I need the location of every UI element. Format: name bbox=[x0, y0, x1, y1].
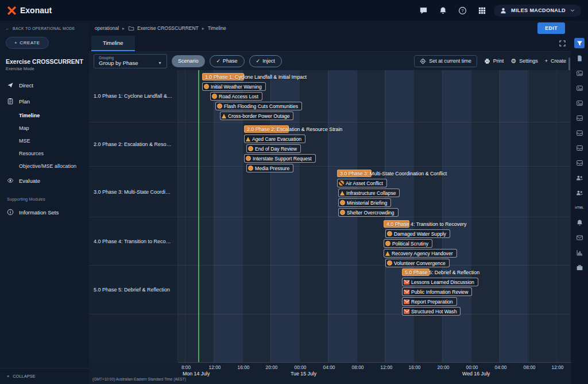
collapse-sidebar-button[interactable]: « COLLAPSE bbox=[0, 368, 89, 384]
sidebar-item-resources[interactable]: Resources bbox=[0, 147, 89, 160]
breadcrumb-operational[interactable]: operational bbox=[95, 25, 119, 31]
inject-line: Public Information Review bbox=[178, 287, 571, 297]
analytics-icon[interactable] bbox=[574, 247, 585, 258]
sidebar-item-evaluate[interactable]: Evaluate bbox=[0, 172, 89, 189]
inject-item[interactable]: Flash Flooding Cuts Communities bbox=[215, 102, 302, 110]
inject-item[interactable]: Lessons Learned Discussion bbox=[402, 278, 478, 286]
inject-item[interactable]: Political Scrutiny bbox=[384, 239, 432, 248]
grouping-select[interactable]: Grouping Group by Phase ▼ bbox=[94, 54, 167, 68]
edit-button[interactable]: EDIT bbox=[537, 22, 565, 34]
archive-4-icon[interactable] bbox=[574, 158, 585, 168]
axis-date-label: Wed 16 July bbox=[462, 371, 490, 377]
warning-icon bbox=[385, 251, 390, 256]
inject-label: Road Access Lost bbox=[219, 94, 258, 99]
create-inject-button[interactable]: + Create bbox=[545, 58, 566, 64]
breadcrumb-timeline[interactable]: Timeline bbox=[208, 25, 226, 31]
event-icon bbox=[387, 231, 392, 236]
tab-timeline[interactable]: Timeline bbox=[91, 36, 135, 51]
phase-bar-label: 4.0 Phase 4: Transition to Recovery bbox=[386, 221, 466, 227]
set-at-current-time-button[interactable]: Set at current time bbox=[414, 55, 477, 67]
inject-item[interactable]: Damaged Water Supply bbox=[385, 229, 450, 238]
phase-row-label-text: 2.0 Phase 2: Escalation & Resource Strai… bbox=[94, 141, 173, 147]
archive-1-icon[interactable] bbox=[574, 113, 585, 123]
scenario-filter-chip[interactable]: Scenario bbox=[172, 55, 205, 67]
event-icon bbox=[204, 84, 209, 89]
sidebar-item-information-sets[interactable]: Information Sets bbox=[0, 204, 89, 220]
phase-row: 1.0 Phase 1: Cyclone Landfall & Initial … bbox=[178, 70, 571, 122]
tab-bar: Timeline bbox=[89, 36, 571, 52]
notifications-bell-icon[interactable] bbox=[435, 3, 450, 17]
inject-label: Interstate Support Request bbox=[253, 156, 312, 162]
sidebar-item-direct[interactable]: Direct bbox=[0, 77, 89, 93]
inject-item[interactable]: Interstate Support Request bbox=[244, 154, 316, 163]
apps-grid-icon[interactable] bbox=[474, 3, 489, 17]
axis-tick-label: 16:00 bbox=[238, 364, 250, 370]
phase-filter-chip[interactable]: ✓ Phase bbox=[210, 55, 245, 67]
event-icon bbox=[246, 156, 251, 161]
document-icon[interactable] bbox=[574, 53, 585, 63]
inject-item[interactable]: Recovery Agency Handover bbox=[384, 249, 457, 258]
inject-item[interactable]: Aged Care Evacuation bbox=[244, 135, 305, 143]
user-menu[interactable]: MILES MACDONALD bbox=[494, 5, 581, 17]
inject-label: Aged Care Evacuation bbox=[252, 136, 301, 142]
filter-icon[interactable] bbox=[574, 38, 585, 48]
inject-item[interactable]: Infrastructure Collapse bbox=[338, 189, 400, 197]
inject-item[interactable]: Ministerial Briefing bbox=[338, 198, 391, 207]
settings-button[interactable]: ⚙ Settings bbox=[510, 58, 537, 64]
inject-item[interactable]: Public Information Review bbox=[402, 287, 472, 296]
phase-row-label: 1.0 Phase 1: Cyclone Landfall & Initial … bbox=[89, 70, 177, 122]
axis-tick-label: 12:00 bbox=[381, 364, 393, 370]
event-icon bbox=[340, 210, 345, 215]
media-panel-3-icon[interactable] bbox=[574, 98, 585, 108]
inject-item[interactable]: Cross-border Power Outage bbox=[220, 112, 293, 120]
groups-2-icon[interactable] bbox=[574, 187, 585, 198]
current-time-line[interactable] bbox=[198, 70, 199, 362]
axis-scale: 8:0012:0016:0020:0000:0004:0008:0012:001… bbox=[178, 362, 571, 384]
phase-row: 3.0 Phase 3: Multi-State Coordination & … bbox=[178, 167, 571, 217]
inject-label: Flash Flooding Cuts Communities bbox=[224, 103, 298, 109]
inject-item[interactable]: Initial Weather Warning bbox=[202, 82, 266, 91]
mail-icon[interactable] bbox=[574, 232, 585, 243]
inject-item[interactable]: Shelter Overcrowding bbox=[338, 208, 399, 217]
phase-bar-label: 5.0 Phase 5: Debrief & Reflection bbox=[405, 270, 479, 275]
sidebar-item-timeline[interactable]: Timeline bbox=[0, 109, 89, 122]
inject-label: End of Day Review bbox=[255, 146, 297, 152]
archive-3-icon[interactable] bbox=[574, 143, 585, 153]
axis-tick-label: 20:00 bbox=[438, 364, 450, 370]
inject-line: Damaged Water Supply bbox=[178, 229, 571, 239]
media-panel-2-icon[interactable] bbox=[574, 83, 585, 93]
sidebar-item-map[interactable]: Map bbox=[0, 122, 89, 135]
timeline-plot: 1.0 Phase 1: Cyclone Landfall & Initial … bbox=[178, 70, 571, 362]
dropdown-caret-icon: ▼ bbox=[158, 61, 162, 65]
inject-item[interactable]: End of Day Review bbox=[246, 144, 301, 153]
inject-item[interactable]: Air Asset Conflict bbox=[337, 179, 387, 187]
inject-label: Report Preparation bbox=[411, 299, 453, 305]
phase-bar-line: 3.0 Phase 3: Multi-State Coordination & … bbox=[178, 169, 571, 179]
fullscreen-icon[interactable] bbox=[559, 39, 566, 49]
archive-2-icon[interactable] bbox=[574, 128, 585, 138]
svg-text:?: ? bbox=[461, 8, 464, 13]
resources-icon[interactable] bbox=[574, 262, 585, 272]
inject-item[interactable]: Road Access Lost bbox=[210, 92, 262, 101]
groups-1-icon[interactable] bbox=[574, 172, 585, 183]
sidebar-item-plan[interactable]: Plan bbox=[0, 93, 89, 109]
breadcrumb: operational ▸ Exercise CROSSCURRENT ▸ Ti… bbox=[89, 21, 571, 36]
chat-icon[interactable] bbox=[416, 3, 431, 17]
breadcrumb-exercise[interactable]: Exercise CROSSCURRENT bbox=[128, 25, 199, 32]
media-panel-1-icon[interactable] bbox=[574, 68, 585, 78]
timeline-chart: 1.0 Phase 1: Cyclone Landfall & Initial … bbox=[89, 70, 571, 362]
inject-line: Recovery Agency Handover bbox=[178, 249, 571, 259]
inject-item[interactable]: Report Preparation bbox=[402, 297, 457, 306]
help-icon[interactable]: ? bbox=[455, 3, 470, 17]
eye-icon bbox=[7, 177, 14, 184]
sidebar-item-objective-mse-allocation[interactable]: Objective/MSE allocation bbox=[0, 160, 89, 172]
print-button[interactable]: Print bbox=[484, 58, 504, 64]
html-icon[interactable]: HTML bbox=[574, 202, 585, 213]
axis-tick-label: 12:00 bbox=[209, 364, 221, 370]
inject-filter-chip[interactable]: ✓ Inject bbox=[249, 55, 282, 67]
sidebar-item-mse[interactable]: MSE bbox=[0, 135, 89, 147]
notifications-icon[interactable] bbox=[574, 217, 585, 228]
create-button[interactable]: + CREATE bbox=[6, 37, 49, 49]
phase-row-label-text: 3.0 Phase 3: Multi-State Coordination & … bbox=[94, 189, 173, 195]
back-to-operational-mode-link[interactable]: ← BACK TO OPERATIONAL MODE bbox=[0, 21, 89, 33]
